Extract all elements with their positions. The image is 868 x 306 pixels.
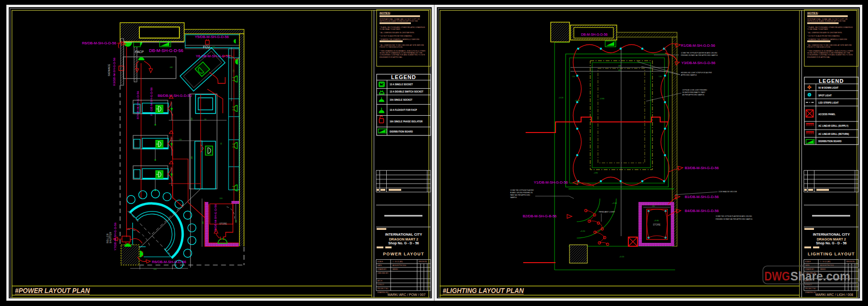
svg-text:STORE: STORE bbox=[653, 224, 660, 226]
svg-text:91: 91 bbox=[220, 143, 222, 145]
svg-text:Shop No. G - D - 56: Shop No. G - D - 56 bbox=[816, 241, 846, 245]
svg-text:R3/DB-M-SH-G-D-56: R3/DB-M-SH-G-D-56 bbox=[112, 57, 116, 86]
svg-text:+3.80: +3.80 bbox=[654, 219, 659, 222]
svg-text:DISRIBUTION BOARD: DISRIBUTION BOARD bbox=[818, 140, 842, 143]
svg-text:120: 120 bbox=[219, 198, 222, 200]
svg-text:303: 303 bbox=[191, 156, 193, 159]
svg-text:B1/DB-M-SH-G-D-56: B1/DB-M-SH-G-D-56 bbox=[685, 195, 719, 199]
svg-text:LIGHTING LAYOUT: LIGHTING LAYOUT bbox=[808, 252, 855, 256]
svg-text:448: 448 bbox=[618, 65, 621, 67]
svg-text:BOARD CEILING FINISHED IN: BOARD CEILING FINISHED IN bbox=[510, 192, 533, 194]
svg-text:+3.20: +3.20 bbox=[619, 255, 624, 258]
svg-text:140: 140 bbox=[153, 268, 157, 270]
svg-text:FACP: FACP bbox=[135, 50, 144, 53]
svg-text:FCU: FCU bbox=[203, 45, 210, 49]
svg-text:#LIGHTING LAYOUT PLAN: #LIGHTING LAYOUT PLAN bbox=[443, 287, 524, 294]
svg-text:LEGEND: LEGEND bbox=[819, 78, 844, 84]
svg-text:REVISION.: REVISION. bbox=[419, 261, 427, 263]
svg-text:* DO NOT SCALE FROM THE DRAWIN: * DO NOT SCALE FROM THE DRAWING. bbox=[807, 35, 840, 37]
svg-text:SHUTTER: SHUTTER bbox=[109, 232, 112, 243]
svg-text:AS PER APPROVED SAMPLE.: AS PER APPROVED SAMPLE. bbox=[682, 94, 705, 96]
svg-text:SCALE.: SCALE. bbox=[805, 261, 811, 263]
svg-text:DB-M-SH-G-D-56: DB-M-SH-G-D-56 bbox=[149, 48, 183, 53]
svg-text:IN WHITE FENOMASTIC PAINT: IN WHITE FENOMASTIC PAINT bbox=[682, 92, 705, 93]
svg-text:POWER LAYOUT: POWER LAYOUT bbox=[383, 252, 424, 256]
svg-text:R6/DB-M-SH-G-D-56: R6/DB-M-SH-G-D-56 bbox=[152, 260, 186, 264]
svg-text:287: 287 bbox=[618, 69, 621, 71]
svg-text:120: 120 bbox=[652, 205, 655, 207]
svg-text:APPROVED SAMPLE.: APPROVED SAMPLE. bbox=[681, 74, 697, 76]
svg-text:Y3/DB-M-SH-G-D-56: Y3/DB-M-SH-G-D-56 bbox=[681, 61, 715, 65]
svg-text:+3.80: +3.80 bbox=[612, 202, 617, 204]
svg-text:R6/DB-M-SH-G-D-56: R6/DB-M-SH-G-D-56 bbox=[82, 41, 116, 45]
svg-text:PROJECT NO.: PROJECT NO. bbox=[805, 288, 816, 290]
svg-text:AC LINEAR GRILL (SUPPLY): AC LINEAR GRILL (SUPPLY) bbox=[818, 125, 849, 127]
svg-text:DB-M-SH-G-D-56: DB-M-SH-G-D-56 bbox=[581, 32, 608, 37]
svg-text:SAMPLE.: SAMPLE. bbox=[510, 197, 517, 199]
svg-text:FINISHED IN PAINT AS PER APPRO: FINISHED IN PAINT AS PER APPROVED SAMPLE… bbox=[716, 218, 753, 220]
svg-text:LED STRIPS LIGHT: LED STRIPS LIGHT bbox=[818, 102, 839, 104]
svg-text:GYPSUM COVE LIGHT FINISHED: GYPSUM COVE LIGHT FINISHED bbox=[682, 89, 707, 91]
svg-text:INTERNATIONAL CITY: INTERNATIONAL CITY bbox=[813, 232, 850, 237]
svg-text:PAINT AS PER APPROVED: PAINT AS PER APPROVED bbox=[510, 194, 530, 196]
svg-text:DISRIBUTION BOARD: DISRIBUTION BOARD bbox=[390, 131, 413, 133]
svg-text:13 A DOUBLE SWITCH SOCKET: 13 A DOUBLE SWITCH SOCKET bbox=[390, 91, 423, 93]
svg-text:LEGEND: LEGEND bbox=[391, 74, 416, 80]
svg-text:HIDDEN LED LIGHT STRIPS FOR AS: HIDDEN LED LIGHT STRIPS FOR AS PER bbox=[681, 72, 712, 74]
svg-text:ENGINEER FOR APPROVAL.: ENGINEER FOR APPROVAL. bbox=[380, 56, 403, 58]
svg-text:Y7/DB-M-SH-G-D-56: Y7/DB-M-SH-G-D-56 bbox=[113, 222, 117, 251]
svg-text:13 A SINGLE SOCKET: 13 A SINGLE SOCKET bbox=[390, 83, 413, 86]
svg-text:448: 448 bbox=[170, 67, 173, 68]
svg-text:13 A FLEXOUT FOR FACP: 13 A FLEXOUT FOR FACP bbox=[390, 109, 417, 111]
svg-text:B6/DB-M-SH-G-D-56: B6/DB-M-SH-G-D-56 bbox=[158, 93, 191, 98]
svg-text:PENDANT LIGHT: PENDANT LIGHT bbox=[599, 211, 615, 213]
svg-text:NOTES:: NOTES: bbox=[807, 11, 818, 14]
svg-text:DRAWN BY.: DRAWN BY. bbox=[378, 268, 387, 270]
svg-text:DWG: DWG bbox=[764, 269, 790, 283]
svg-text:SCALE.: SCALE. bbox=[378, 261, 383, 263]
svg-text:ACCESS PANEL: ACCESS PANEL bbox=[818, 113, 836, 116]
svg-text:+3.60: +3.60 bbox=[575, 99, 580, 102]
svg-text:MARK/ ARC / LIGH / 008: MARK/ ARC / LIGH / 008 bbox=[815, 293, 853, 296]
svg-text:Share.com: Share.com bbox=[790, 269, 850, 283]
svg-text:MARK/ ARC / POW / 007: MARK/ ARC / POW / 007 bbox=[388, 293, 426, 296]
svg-text:STRUCT.: STRUCT. bbox=[378, 284, 385, 286]
svg-text:AC LINEAR GRILL (RETURN): AC LINEAR GRILL (RETURN) bbox=[818, 133, 849, 135]
svg-text:REPRODUCE IN ANY FORM EXCEPT F: REPRODUCE IN ANY FORM EXCEPT FOR THE bbox=[380, 20, 418, 22]
svg-text:R1/DB-M-SH-G-D-56: R1/DB-M-SH-G-D-56 bbox=[681, 43, 715, 48]
svg-text:2CM SHADOW GROOVE: 2CM SHADOW GROOVE bbox=[719, 191, 737, 193]
svg-text:* ALL DIMENSIONS ARE IN CENTIM: * ALL DIMENSIONS ARE IN CENTIMETERS. bbox=[380, 32, 415, 34]
svg-text:+3.20: +3.20 bbox=[558, 96, 564, 99]
svg-text:R7-DB-M-SH-G-D-56: R7-DB-M-SH-G-D-56 bbox=[149, 87, 153, 116]
svg-text:50 W DOWN LIGHT: 50 W DOWN LIGHT bbox=[818, 87, 839, 89]
svg-text:448: 448 bbox=[191, 118, 193, 120]
svg-text:* DO NOT SCALE FROM THE DRAWIN: * DO NOT SCALE FROM THE DRAWING. bbox=[380, 35, 412, 37]
svg-text:STORE: STORE bbox=[219, 223, 227, 225]
svg-text:303: 303 bbox=[202, 221, 204, 224]
svg-text:INTERNATIONAL CITY: INTERNATIONAL CITY bbox=[385, 232, 422, 237]
svg-text:REPRODUCE IN ANY FORM EXCEPT F: REPRODUCE IN ANY FORM EXCEPT FOR THE bbox=[807, 20, 846, 22]
svg-text:AUGUSTTH 2014.: AUGUSTTH 2014. bbox=[393, 265, 407, 266]
svg-text:REVISION.: REVISION. bbox=[846, 261, 855, 263]
svg-text:TO BE READ TOGETHER.: TO BE READ TOGETHER. bbox=[807, 28, 828, 30]
svg-text:Shop No. G - D - 56: Shop No. G - D - 56 bbox=[388, 241, 419, 245]
svg-text:MEHDI: MEHDI bbox=[393, 268, 398, 270]
svg-text:+3.20: +3.20 bbox=[580, 230, 585, 232]
svg-text:B2/DB-M-SH-G-B-56: B2/DB-M-SH-G-B-56 bbox=[523, 214, 556, 218]
svg-text:FINISHED IN PAINT AS PER APPRO: FINISHED IN PAINT AS PER APPROVED SAMPLE… bbox=[681, 54, 718, 56]
svg-text:NOTES:: NOTES: bbox=[380, 11, 391, 14]
svg-text:Y8/DB-M-SH-G-D-56: Y8/DB-M-SH-G-D-56 bbox=[214, 204, 217, 232]
svg-text:1 : 50 @ (A3).: 1 : 50 @ (A3). bbox=[393, 261, 403, 263]
svg-text:+3.80: +3.80 bbox=[599, 97, 605, 100]
svg-text:120: 120 bbox=[179, 139, 182, 141]
svg-text:Y5/DB-M-SH-G-D-56: Y5/DB-M-SH-G-D-56 bbox=[195, 35, 229, 39]
svg-text:PRIOR TO THE EXECUTION.: PRIOR TO THE EXECUTION. bbox=[807, 46, 830, 48]
svg-text:SPOT LIGHT: SPOT LIGHT bbox=[818, 94, 832, 97]
svg-text:DATE.: DATE. bbox=[378, 265, 382, 266]
svg-text:1 : 50 @ (A3).: 1 : 50 @ (A3). bbox=[820, 261, 831, 263]
svg-text:60: 60 bbox=[204, 119, 206, 120]
svg-text:16A SINGLE PHASE ISOLATOR: 16A SINGLE PHASE ISOLATOR bbox=[390, 120, 423, 123]
svg-text:240: 240 bbox=[212, 46, 215, 48]
svg-text:B3/DB-M-SH-G-D-56: B3/DB-M-SH-G-D-56 bbox=[685, 166, 719, 170]
svg-text:12 MM THK GYPSUM PLASTER: 12 MM THK GYPSUM PLASTER bbox=[510, 189, 534, 191]
